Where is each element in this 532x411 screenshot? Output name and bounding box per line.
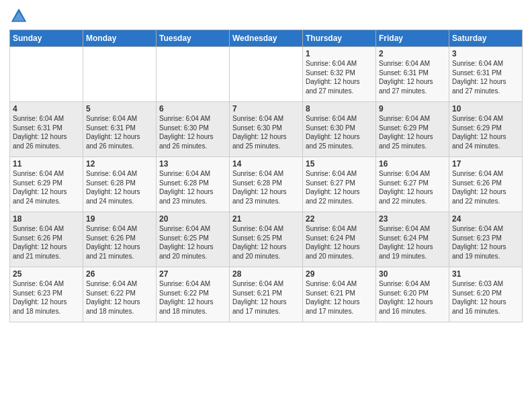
logo (9, 7, 31, 26)
calendar-cell: 19Sunrise: 6:04 AM Sunset: 6:26 PM Dayli… (83, 212, 157, 267)
day-number: 24 (452, 214, 519, 224)
day-info: Sunrise: 6:04 AM Sunset: 6:24 PM Dayligh… (379, 224, 446, 261)
calendar-cell: 2Sunrise: 6:04 AM Sunset: 6:31 PM Daylig… (376, 47, 449, 102)
calendar-cell: 5Sunrise: 6:04 AM Sunset: 6:31 PM Daylig… (83, 102, 157, 157)
day-number: 31 (452, 269, 519, 279)
day-number: 28 (232, 269, 300, 279)
calendar-cell: 13Sunrise: 6:04 AM Sunset: 6:28 PM Dayli… (157, 157, 230, 212)
day-info: Sunrise: 6:04 AM Sunset: 6:29 PM Dayligh… (452, 114, 519, 150)
calendar-cell: 24Sunrise: 6:04 AM Sunset: 6:23 PM Dayli… (449, 212, 523, 267)
day-info: Sunrise: 6:04 AM Sunset: 6:21 PM Dayligh… (306, 279, 373, 316)
day-number: 17 (452, 159, 519, 169)
day-info: Sunrise: 6:04 AM Sunset: 6:27 PM Dayligh… (379, 169, 446, 205)
calendar-cell: 6Sunrise: 6:04 AM Sunset: 6:30 PM Daylig… (157, 102, 230, 157)
day-number: 7 (232, 104, 300, 113)
weekday-row: SundayMondayTuesdayWednesdayThursdayFrid… (10, 30, 523, 47)
calendar-cell: 30Sunrise: 6:04 AM Sunset: 6:20 PM Dayli… (376, 267, 449, 322)
day-info: Sunrise: 6:04 AM Sunset: 6:26 PM Dayligh… (86, 224, 153, 261)
calendar-body: 1Sunrise: 6:04 AM Sunset: 6:32 PM Daylig… (10, 47, 523, 322)
calendar-cell: 21Sunrise: 6:04 AM Sunset: 6:25 PM Dayli… (230, 212, 303, 267)
weekday-header-friday: Friday (376, 30, 449, 47)
calendar-cell: 4Sunrise: 6:04 AM Sunset: 6:31 PM Daylig… (10, 102, 83, 157)
calendar-cell: 7Sunrise: 6:04 AM Sunset: 6:30 PM Daylig… (230, 102, 303, 157)
logo-icon (9, 7, 28, 26)
calendar-cell: 25Sunrise: 6:04 AM Sunset: 6:23 PM Dayli… (10, 267, 83, 322)
day-number: 25 (13, 269, 80, 279)
day-number: 29 (306, 269, 373, 279)
calendar-week-5: 25Sunrise: 6:04 AM Sunset: 6:23 PM Dayli… (10, 267, 523, 322)
day-number: 6 (159, 104, 226, 113)
calendar-week-4: 18Sunrise: 6:04 AM Sunset: 6:26 PM Dayli… (10, 212, 523, 267)
day-number: 26 (86, 269, 153, 279)
calendar-cell (83, 47, 157, 102)
day-info: Sunrise: 6:04 AM Sunset: 6:27 PM Dayligh… (306, 169, 373, 205)
day-number: 14 (232, 159, 300, 169)
day-number: 27 (159, 269, 226, 279)
day-info: Sunrise: 6:03 AM Sunset: 6:20 PM Dayligh… (452, 279, 519, 316)
day-info: Sunrise: 6:04 AM Sunset: 6:30 PM Dayligh… (232, 114, 300, 150)
calendar-cell: 11Sunrise: 6:04 AM Sunset: 6:29 PM Dayli… (10, 157, 83, 212)
calendar-cell: 12Sunrise: 6:04 AM Sunset: 6:28 PM Dayli… (83, 157, 157, 212)
day-info: Sunrise: 6:04 AM Sunset: 6:22 PM Dayligh… (159, 279, 226, 316)
calendar-cell: 17Sunrise: 6:04 AM Sunset: 6:26 PM Dayli… (449, 157, 523, 212)
page-container: SundayMondayTuesdayWednesdayThursdayFrid… (0, 0, 532, 411)
day-info: Sunrise: 6:04 AM Sunset: 6:28 PM Dayligh… (159, 169, 226, 205)
day-number: 4 (13, 104, 80, 113)
day-number: 11 (13, 159, 80, 169)
calendar-cell: 27Sunrise: 6:04 AM Sunset: 6:22 PM Dayli… (157, 267, 230, 322)
day-number: 22 (306, 214, 373, 224)
weekday-header-saturday: Saturday (449, 30, 523, 47)
day-info: Sunrise: 6:04 AM Sunset: 6:29 PM Dayligh… (13, 169, 80, 205)
day-info: Sunrise: 6:04 AM Sunset: 6:23 PM Dayligh… (452, 224, 519, 261)
weekday-header-sunday: Sunday (10, 30, 83, 47)
day-info: Sunrise: 6:04 AM Sunset: 6:28 PM Dayligh… (232, 169, 300, 205)
calendar-cell: 22Sunrise: 6:04 AM Sunset: 6:24 PM Dayli… (303, 212, 376, 267)
day-info: Sunrise: 6:04 AM Sunset: 6:22 PM Dayligh… (86, 279, 153, 316)
calendar-cell: 26Sunrise: 6:04 AM Sunset: 6:22 PM Dayli… (83, 267, 157, 322)
day-info: Sunrise: 6:04 AM Sunset: 6:31 PM Dayligh… (452, 59, 519, 95)
day-number: 19 (86, 214, 153, 224)
day-info: Sunrise: 6:04 AM Sunset: 6:24 PM Dayligh… (306, 224, 373, 261)
day-info: Sunrise: 6:04 AM Sunset: 6:26 PM Dayligh… (452, 169, 519, 205)
weekday-header-tuesday: Tuesday (157, 30, 230, 47)
calendar-cell: 1Sunrise: 6:04 AM Sunset: 6:32 PM Daylig… (303, 47, 376, 102)
calendar-cell: 9Sunrise: 6:04 AM Sunset: 6:29 PM Daylig… (376, 102, 449, 157)
day-number: 13 (159, 159, 226, 169)
day-info: Sunrise: 6:04 AM Sunset: 6:28 PM Dayligh… (86, 169, 153, 205)
day-number: 8 (306, 104, 373, 113)
day-number: 16 (379, 159, 446, 169)
calendar-cell: 23Sunrise: 6:04 AM Sunset: 6:24 PM Dayli… (376, 212, 449, 267)
calendar-cell: 8Sunrise: 6:04 AM Sunset: 6:30 PM Daylig… (303, 102, 376, 157)
calendar-cell: 18Sunrise: 6:04 AM Sunset: 6:26 PM Dayli… (10, 212, 83, 267)
header (9, 7, 523, 26)
calendar-header: SundayMondayTuesdayWednesdayThursdayFrid… (10, 30, 523, 47)
calendar-cell (230, 47, 303, 102)
calendar-cell: 10Sunrise: 6:04 AM Sunset: 6:29 PM Dayli… (449, 102, 523, 157)
calendar-cell: 15Sunrise: 6:04 AM Sunset: 6:27 PM Dayli… (303, 157, 376, 212)
calendar-week-1: 1Sunrise: 6:04 AM Sunset: 6:32 PM Daylig… (10, 47, 523, 102)
calendar-week-2: 4Sunrise: 6:04 AM Sunset: 6:31 PM Daylig… (10, 102, 523, 157)
calendar-cell: 20Sunrise: 6:04 AM Sunset: 6:25 PM Dayli… (157, 212, 230, 267)
day-info: Sunrise: 6:04 AM Sunset: 6:26 PM Dayligh… (13, 224, 80, 261)
day-number: 30 (379, 269, 446, 279)
day-info: Sunrise: 6:04 AM Sunset: 6:21 PM Dayligh… (232, 279, 300, 316)
day-info: Sunrise: 6:04 AM Sunset: 6:25 PM Dayligh… (159, 224, 226, 261)
calendar-cell: 16Sunrise: 6:04 AM Sunset: 6:27 PM Dayli… (376, 157, 449, 212)
calendar-cell: 29Sunrise: 6:04 AM Sunset: 6:21 PM Dayli… (303, 267, 376, 322)
day-info: Sunrise: 6:04 AM Sunset: 6:20 PM Dayligh… (379, 279, 446, 316)
calendar-cell (157, 47, 230, 102)
calendar-cell: 31Sunrise: 6:03 AM Sunset: 6:20 PM Dayli… (449, 267, 523, 322)
day-number: 2 (379, 49, 446, 58)
day-number: 15 (306, 159, 373, 169)
calendar-cell (10, 47, 83, 102)
day-info: Sunrise: 6:04 AM Sunset: 6:23 PM Dayligh… (13, 279, 80, 316)
day-info: Sunrise: 6:04 AM Sunset: 6:31 PM Dayligh… (379, 59, 446, 95)
day-number: 5 (86, 104, 153, 113)
weekday-header-thursday: Thursday (303, 30, 376, 47)
day-number: 9 (379, 104, 446, 113)
weekday-header-wednesday: Wednesday (230, 30, 303, 47)
day-info: Sunrise: 6:04 AM Sunset: 6:31 PM Dayligh… (86, 114, 153, 150)
calendar-cell: 28Sunrise: 6:04 AM Sunset: 6:21 PM Dayli… (230, 267, 303, 322)
calendar-table: SundayMondayTuesdayWednesdayThursdayFrid… (9, 30, 523, 322)
calendar-cell: 14Sunrise: 6:04 AM Sunset: 6:28 PM Dayli… (230, 157, 303, 212)
